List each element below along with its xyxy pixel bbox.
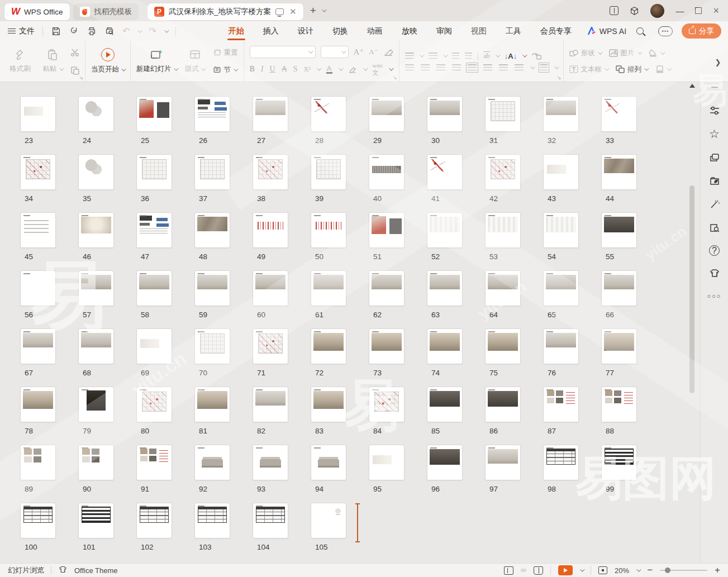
reset-button[interactable]: 重置 [213, 48, 238, 58]
vertical-align-button[interactable] [540, 64, 548, 71]
slide-thumbnail[interactable] [601, 212, 637, 248]
vertical-scrollbar[interactable] [689, 185, 694, 393]
slide-thumbnail[interactable] [543, 212, 579, 248]
slide-thumbnail[interactable] [369, 212, 405, 248]
slide-thumbnail[interactable] [601, 270, 637, 306]
slide-thumbnail[interactable] [253, 154, 288, 190]
underline-button[interactable]: U [270, 65, 275, 74]
slide-thumbnail[interactable] [369, 96, 405, 132]
slide-thumbnail[interactable] [485, 387, 521, 422]
slide-thumbnail[interactable] [78, 154, 114, 190]
align-center-button[interactable] [421, 64, 430, 71]
save-icon[interactable] [51, 26, 61, 36]
zoom-out-button[interactable]: − [647, 565, 653, 576]
slide-thumbnail[interactable] [543, 387, 579, 422]
slide-thumbnail[interactable] [427, 328, 463, 364]
new-slide-button[interactable]: 新建幻灯片 [136, 45, 177, 78]
slide-thumbnail[interactable] [369, 387, 405, 422]
slide-thumbnail[interactable] [311, 212, 346, 248]
slide-thumbnail[interactable] [311, 96, 346, 132]
insert-placeholder-icon[interactable] [531, 52, 541, 60]
sidebar-collapse-handle[interactable] [711, 87, 718, 88]
slide-thumbnail[interactable] [543, 328, 579, 364]
help-icon[interactable]: ? [709, 245, 720, 256]
strikethrough-button[interactable]: A [282, 65, 287, 74]
phonetic-guide-button[interactable]: wén文 [373, 62, 383, 77]
theme-name-label[interactable]: Office Theme [74, 566, 118, 575]
slide-thumbnail[interactable] [427, 154, 463, 190]
slide-thumbnail[interactable] [311, 503, 346, 538]
slide-thumbnail[interactable] [194, 96, 230, 132]
slide-thumbnail[interactable] [311, 328, 346, 364]
slide-thumbnail[interactable] [427, 445, 463, 480]
slide-thumbnail[interactable] [601, 328, 637, 364]
increase-indent-button[interactable] [465, 53, 472, 59]
slide-thumbnail[interactable] [136, 154, 172, 190]
slide-thumbnail[interactable] [194, 387, 230, 422]
tab-home[interactable]: 开始 [227, 23, 245, 40]
maximize-button[interactable] [695, 7, 702, 14]
magic-wand-icon[interactable] [708, 198, 721, 211]
slide-thumbnail[interactable] [78, 445, 114, 480]
slide-thumbnail[interactable] [194, 212, 230, 248]
slide-thumbnail[interactable] [20, 270, 56, 306]
slide-thumbnail[interactable] [136, 96, 172, 132]
slide-thumbnail[interactable] [601, 96, 637, 132]
more-tools-icon[interactable]: ○○○ [707, 293, 722, 299]
slide-thumbnail[interactable] [20, 445, 56, 480]
slide-thumbnail[interactable] [194, 503, 230, 538]
print-preview-icon[interactable] [104, 26, 115, 36]
undo-chevron-icon[interactable] [138, 28, 142, 32]
fill-color-button[interactable] [649, 46, 664, 60]
shapes-button[interactable]: 形状 [569, 46, 601, 60]
slide-thumbnail[interactable] [194, 328, 230, 364]
font-color-button[interactable]: A [326, 65, 332, 74]
line-spacing-button[interactable] [515, 64, 524, 71]
slide-thumbnail[interactable] [136, 270, 172, 306]
redo-icon[interactable]: ↷ [149, 26, 156, 36]
search-icon[interactable] [636, 27, 644, 35]
slide-thumbnail[interactable] [485, 212, 521, 248]
slide-thumbnail[interactable] [427, 270, 463, 306]
slide-thumbnail[interactable] [136, 328, 172, 364]
slide-thumbnail[interactable] [369, 445, 405, 480]
integrations-icon[interactable] [630, 6, 639, 16]
slide-thumbnail[interactable] [253, 328, 288, 364]
outline-color-button[interactable] [655, 62, 670, 77]
arrange-button[interactable]: 排列 [616, 62, 648, 77]
slide-thumbnail[interactable] [20, 212, 56, 248]
slide-thumbnail[interactable] [485, 270, 521, 306]
slide-thumbnail[interactable] [543, 154, 579, 190]
slideshow-play-button[interactable] [558, 565, 573, 575]
tab-view[interactable]: 视图 [470, 23, 488, 40]
tab-wps-home[interactable]: W WPS Office [4, 3, 70, 20]
tab-member[interactable]: 会员专享 [539, 23, 573, 40]
slide-thumbnail[interactable] [194, 270, 230, 306]
slide-thumbnail[interactable] [78, 503, 114, 538]
zoom-in-button[interactable]: + [715, 565, 720, 576]
distributed-button[interactable] [468, 64, 477, 71]
slide-thumbnail[interactable] [78, 96, 114, 132]
slide-thumbnail[interactable] [601, 445, 637, 480]
text-direction-button[interactable]: ↓A↓ [505, 52, 517, 60]
slide-thumbnail[interactable] [369, 154, 405, 190]
dialog-launcher-icon[interactable]: ↘ [79, 75, 83, 80]
slide-thumbnail[interactable] [20, 96, 56, 132]
picture-button[interactable]: 图片 [609, 46, 641, 60]
clear-format-icon[interactable] [383, 48, 393, 56]
undo-icon[interactable]: ↶ [122, 26, 130, 36]
template-resource-icon[interactable] [708, 175, 721, 187]
play-options-chevron-icon[interactable] [580, 567, 584, 571]
layout-button[interactable]: 版式 [180, 45, 210, 78]
bold-button[interactable]: B [250, 65, 255, 74]
decrease-font-icon[interactable]: A⁻ [369, 47, 378, 56]
new-tab-button[interactable]: + [310, 4, 316, 17]
skin-settings-icon[interactable] [708, 267, 721, 279]
slide-sorter-view-button[interactable] [521, 569, 526, 572]
slide-thumbnail[interactable] [253, 96, 288, 132]
line-spacing-down-icon[interactable] [499, 64, 508, 71]
quickbar-chevron-icon[interactable] [164, 28, 169, 32]
slide-thumbnail[interactable] [136, 212, 172, 248]
file-menu-button[interactable]: 文件 [8, 26, 35, 36]
numbering-button[interactable] [429, 53, 437, 59]
